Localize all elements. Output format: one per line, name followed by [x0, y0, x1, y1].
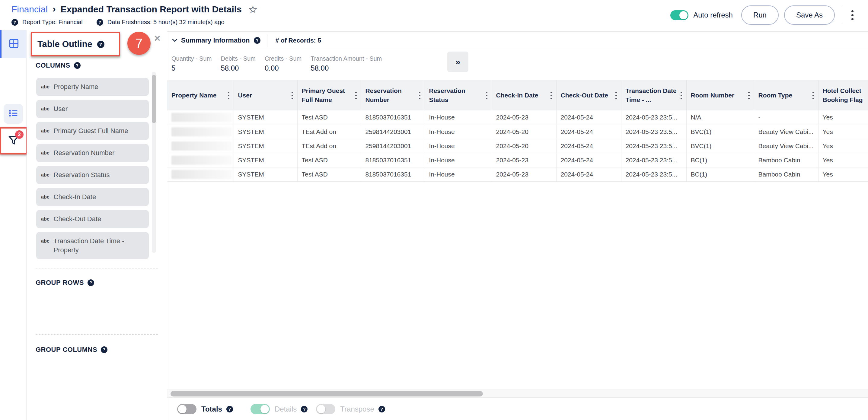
report-table: Property Name User Primary Guest Full Na… [167, 80, 868, 182]
abc-type-icon: abc [41, 194, 50, 201]
column-menu-icon[interactable] [679, 91, 683, 100]
columns-section-label: COLUMNS ? [27, 62, 167, 69]
panel-scrollbar-thumb[interactable] [152, 75, 156, 123]
auto-refresh-label: Auto refresh [693, 11, 733, 19]
header-check-in-date[interactable]: Check-In Date [492, 80, 556, 110]
help-icon[interactable]: ? [226, 406, 233, 413]
chip-label: Reservation Number [54, 149, 115, 158]
column-menu-icon[interactable] [811, 91, 815, 100]
page-title: Expanded Transaction Report with Details [61, 4, 242, 14]
abc-type-icon: abc [41, 150, 50, 158]
header-check-out-date[interactable]: Check-Out Date [556, 80, 621, 110]
totals-label: Totals [201, 405, 222, 413]
save-as-button[interactable]: Save As [784, 5, 835, 25]
help-icon[interactable]: ? [97, 41, 104, 48]
horizontal-scrollbar-track [167, 390, 868, 398]
chip-label: User [54, 104, 68, 114]
cell: Bamboo Cabin [754, 167, 818, 181]
column-menu-icon[interactable] [747, 91, 751, 100]
column-menu-icon[interactable] [418, 91, 422, 100]
column-chip-user[interactable]: abcUser [36, 100, 149, 118]
cell: BC(1) [686, 153, 754, 167]
metric-quantity-sum: Quantity - Sum 5 [172, 55, 212, 72]
header-room-number[interactable]: Room Number [686, 80, 754, 110]
help-icon[interactable]: ? [301, 406, 308, 413]
redacted-value [172, 170, 232, 179]
column-menu-icon[interactable] [549, 91, 553, 100]
header-property-name[interactable]: Property Name [167, 80, 234, 110]
column-menu-icon[interactable] [354, 91, 358, 100]
cell: 2024-05-24 [556, 110, 621, 125]
cell: Test ASD [297, 153, 361, 167]
expand-summary-button[interactable]: » [447, 52, 468, 72]
transpose-label: Transpose [340, 405, 374, 413]
column-chip-primary-guest-full-name[interactable]: abcPrimary Guest Full Name [36, 122, 149, 140]
header-label: Check-Out Date [561, 91, 609, 100]
header-primary-guest-full-name[interactable]: Primary Guest Full Name [297, 80, 361, 110]
cell: N/A [686, 110, 754, 125]
more-options-kebab-icon[interactable] [849, 8, 856, 23]
close-icon[interactable]: ✕ [154, 34, 161, 43]
run-button[interactable]: Run [741, 5, 779, 25]
column-chip-check-out-date[interactable]: abcCheck-Out Date [36, 210, 149, 228]
cell: 2024-05-23 [492, 153, 556, 167]
header-label: User [238, 91, 252, 100]
cell: Test ASD [297, 167, 361, 181]
help-icon[interactable]: ? [74, 62, 81, 69]
summary-header: Summary Information ? # of Records: 5 [167, 31, 868, 49]
column-chip-transaction-date-time-property[interactable]: abcTransaction Date Time - Property [36, 232, 149, 259]
breadcrumb-link-financial[interactable]: Financial [11, 4, 48, 14]
cell: Yes [818, 110, 868, 125]
chevron-down-icon[interactable] [172, 39, 178, 42]
header-label: Reservation Number [366, 86, 416, 104]
redacted-cell [167, 167, 234, 181]
cell: Beauty View Cabi... [754, 139, 818, 153]
header-room-type[interactable]: Room Type [754, 80, 818, 110]
table-row: SYSTEM Test ASD 8185037016351 In-House 2… [167, 167, 868, 181]
redacted-cell [167, 110, 234, 125]
metric-label: Credits - Sum [265, 55, 302, 62]
column-menu-icon[interactable] [227, 91, 230, 100]
totals-toggle[interactable] [177, 404, 196, 414]
rail-item-table-outline[interactable] [0, 30, 26, 58]
column-menu-icon[interactable] [485, 91, 489, 100]
toggle-knob [178, 405, 187, 413]
header-user[interactable]: User [234, 80, 297, 110]
help-icon[interactable]: ? [97, 19, 103, 26]
header-reservation-status[interactable]: Reservation Status [425, 80, 492, 110]
horizontal-scrollbar-thumb[interactable] [170, 391, 483, 396]
cell: 2024-05-23 23:5... [621, 125, 686, 139]
chip-label: Check-In Date [54, 193, 96, 201]
filter-count-badge: 2 [15, 130, 24, 139]
header-transaction-date-time[interactable]: Transaction Date Time - ... [621, 80, 686, 110]
details-toggle[interactable] [250, 404, 270, 414]
divider [267, 34, 268, 46]
metric-value: 58.00 [311, 64, 382, 72]
favorite-star-icon[interactable]: ☆ [248, 4, 257, 14]
cell: SYSTEM [234, 167, 297, 181]
auto-refresh-toggle[interactable] [670, 10, 688, 20]
transpose-toggle[interactable] [316, 404, 335, 414]
column-chip-reservation-number[interactable]: abcReservation Number [36, 144, 149, 162]
cell: 8185037016351 [361, 110, 425, 125]
cell: 2024-05-20 [492, 139, 556, 153]
help-icon[interactable]: ? [378, 406, 385, 413]
column-menu-icon[interactable] [290, 91, 294, 100]
group-columns-section-label: GROUP COLUMNS ? [27, 346, 167, 354]
help-icon[interactable]: ? [88, 280, 94, 286]
column-chip-property-name[interactable]: abcProperty Name [36, 78, 149, 96]
redacted-value [172, 127, 232, 136]
help-icon[interactable]: ? [11, 19, 18, 26]
abc-type-icon: abc [41, 216, 50, 224]
help-icon[interactable]: ? [101, 346, 107, 353]
column-chip-check-in-date[interactable]: abcCheck-In Date [36, 188, 149, 206]
cell: 8185037016351 [361, 153, 425, 167]
column-menu-icon[interactable] [614, 91, 618, 100]
column-chip-reservation-status[interactable]: abcReservation Status [36, 166, 149, 184]
header-hotel-collect-booking-flag[interactable]: Hotel Collect Booking Flag [818, 80, 868, 110]
header-reservation-number[interactable]: Reservation Number [361, 80, 425, 110]
help-icon[interactable]: ? [254, 37, 260, 44]
panel-header: Table Outline ? 7 ✕ [27, 30, 167, 62]
rail-item-list[interactable] [4, 104, 23, 124]
rail-item-filters[interactable]: 2 [0, 127, 27, 155]
